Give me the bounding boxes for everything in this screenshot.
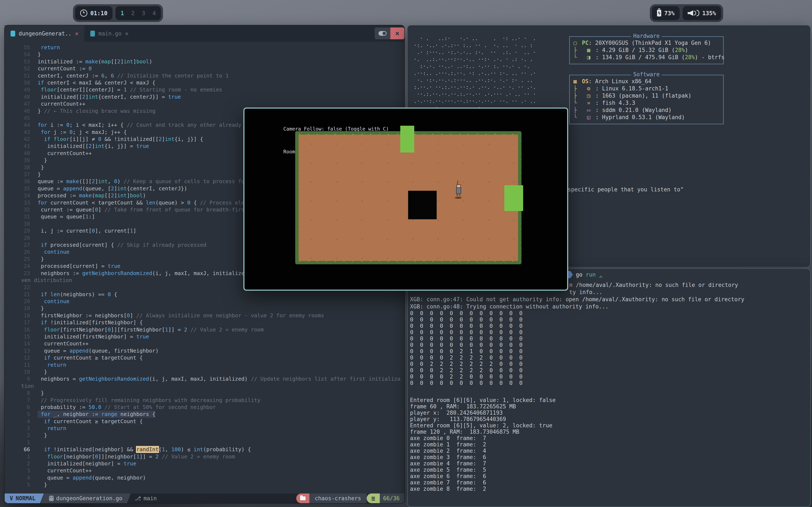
workspace-1[interactable]: 1 [120,10,124,16]
shell-prompt[interactable]: go run . [568,271,602,278]
mode-segment: V NORMAL [5,494,44,503]
go-file-icon [11,31,15,37]
line-number: 14 [5,340,38,347]
line-number: 1 [5,453,38,460]
project-name: chaos-crashers [309,494,367,503]
code-line: 10 } [5,369,404,376]
line-number: 3 [5,467,38,474]
floor-matrix: 0 0 0 0 0 0 0 0 0 0 0 0 0 0 0 0 0 0 0 0 … [410,310,522,386]
hardware-title: Hardware [631,33,662,39]
line-number: 53 [5,58,38,65]
volume-widget: 135% [682,6,721,20]
tab-label: main.go [98,31,121,37]
prompt-arrow-icon [568,271,573,278]
hardware-row: ├▦: 4.29 GiB / 15.32 GiB (28%) [573,47,719,54]
tab-dungeon-generation[interactable]: dungeonGenerat.. × [5,25,84,42]
code-line: 52currentCount := 0 [5,65,404,72]
code-line: 4 queue = append(queue, neighbor) [5,474,404,481]
toggle-icon[interactable] [375,27,390,39]
mode-label: NORMAL [16,495,36,502]
line-number: 15 [5,333,38,340]
tab-close-icon[interactable]: × [75,30,79,37]
line-number: 23 [5,270,38,277]
file-name: dungeonGeneration.go [56,495,122,502]
line-number: 41 [5,143,38,150]
line-number: 31 [5,213,38,220]
line-number: 44 [5,121,38,128]
line-number: 52 [5,65,38,72]
battery-icon: ϟ [657,10,661,16]
code-line: 4 if currentCount ≥ targetCount { [5,418,404,425]
line-number: 43 [5,129,38,135]
code-line: 20 continue [5,298,404,305]
xgb-line-1: XGB: conn.go:47: Could not get authority… [410,296,744,303]
branch-segment: ⎇ main [130,494,162,503]
line-number: 9 [5,376,38,382]
line-number: 18 [5,312,38,319]
software-row: └»: fish 4.3.3 [573,99,719,107]
line-number: 48 [5,93,38,100]
line-number: 29 [5,227,38,234]
workspace-2[interactable]: 2 [131,10,135,16]
branch-name: main [144,495,157,502]
code-line: 66 if !initialized[neighbor] && randInt(… [5,446,404,453]
line-number: 4 [5,474,38,481]
code-line: 1 floor[neighbor[0]][neighbor[1]] = 2 //… [5,453,404,460]
code-line: 2 initialized[neighbor] = true [5,460,404,467]
code-line: 54} [5,51,404,58]
hardware-row: ▢ PC: 20XY00GSUS (ThinkPad X1 Yoga Gen 6… [573,39,719,47]
line-number: 16 [5,326,38,333]
workspace-4[interactable]: 4 [152,10,156,16]
line-number: 54 [5,51,38,58]
line-number: 36 [5,178,38,185]
folder-icon [300,496,306,500]
line-number: 38 [5,164,38,171]
code-line: 47 currentCount++ [5,100,404,107]
topbar-right: ϟ 73% 135% [650,4,723,22]
clock-time: 01:10 [90,10,107,16]
door-right [504,185,523,211]
line-number: 19 [5,305,38,312]
code-line: 16 floor[firstNeighbor[0]][firstNeighbor… [5,326,404,333]
line-number: 2 [5,460,38,467]
clock-icon [80,9,87,17]
line-number: 17 [5,319,38,326]
code-line: 53initialized := make(map[[2]int]bool) [5,58,404,65]
tab-label: dungeonGenerat.. [18,31,71,37]
door-top [400,126,414,153]
command-run: run [586,272,596,278]
line-number: 37 [5,171,38,178]
game-terminal-window[interactable]: go run . n /home/aval/.Xauthority: no su… [407,268,811,507]
code-line: 14 currentCount++ [5,340,404,347]
topbar-left: 01:10 1234 [73,4,163,22]
line-number: 55 [5,44,38,51]
line-number: 66 [5,446,38,453]
lines-badge: ≡ [367,494,380,503]
tab-main-go[interactable]: main.go × [84,25,134,42]
line-number: 35 [5,185,38,192]
line-number: 34 [5,192,38,199]
volume-percent: 135% [702,10,716,16]
game-window[interactable]: Camera Follow: false (Toggle with C) Roo… [243,108,568,291]
close-icon[interactable]: × [390,27,404,39]
software-row: ▦ OS: Arch Linux x86_64 [573,78,719,85]
pit [408,191,437,219]
code-line: 17 if !initialized[firstNeighbor] { [5,319,404,326]
line-number: 4 [5,418,38,425]
workspace-3[interactable]: 3 [142,10,145,16]
line-number: 13 [5,347,38,354]
hardware-box: Hardware ▢ PC: 20XY00GSUS (ThinkPad X1 Y… [569,36,724,64]
line-number: 25 [5,256,38,263]
line-number: 6 [5,404,38,411]
tab-close-icon[interactable]: × [125,30,129,37]
line-number: 50 [5,79,38,86]
gopher-icon [49,496,54,501]
editor-statusbar: V NORMAL dungeonGeneration.go ⎇ main cha… [5,494,404,503]
line-number: 49 [5,86,38,93]
line-number: 21 [5,291,38,298]
clock-widget: 01:10 [75,6,112,20]
code-line: 11 return [5,361,404,369]
line-number: 2 [5,432,38,439]
line-number: 10 [5,369,38,376]
code-line: 48 initialized[[2]int{centerI, centerJ}]… [5,93,404,100]
